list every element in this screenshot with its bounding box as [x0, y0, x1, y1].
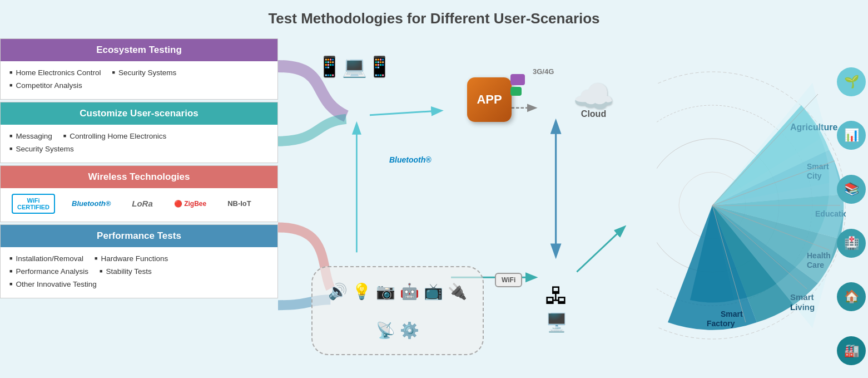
perf-item-4: Stability Tests	[100, 266, 152, 278]
customize-item-3: Security Systems	[9, 143, 74, 156]
perf-item-5: Other Innovative Testing	[9, 278, 97, 291]
performance-body: Installation/Removal Hardware Functions …	[1, 247, 277, 298]
right-panel: Agriculture Smart City Education Health …	[634, 33, 868, 377]
app-mini-2	[510, 87, 522, 96]
device-6: 🔌	[448, 282, 467, 301]
lora-logo: LoRa	[127, 197, 157, 210]
performance-header: Performance Tests	[1, 225, 277, 247]
app-box: APP	[467, 77, 512, 122]
ecosystem-header: Ecosystem Testing	[1, 39, 277, 61]
education-icon: 📚	[837, 175, 866, 204]
phone-icon: 📱💻📱	[317, 55, 392, 78]
ecosystem-section: Ecosystem Testing Home Electronics Contr…	[0, 38, 278, 100]
left-panel: Ecosystem Testing Home Electronics Contr…	[0, 38, 278, 377]
device-8: ⚙️	[400, 321, 419, 340]
network-label: 3G/4G	[533, 67, 554, 76]
device-4: 🤖	[400, 282, 419, 301]
wireless-header: Wireless Technologies	[1, 166, 277, 188]
device-2: 💡	[352, 282, 371, 301]
customize-item-2: Controlling Home Electronics	[63, 130, 167, 143]
agriculture-icon: 🌱	[837, 67, 866, 96]
zigbee-logo: 🔴 ZigBee	[170, 198, 211, 210]
cloud-label: Cloud	[581, 109, 606, 119]
cloud-icon: ☁️	[573, 80, 614, 114]
wifi-label: WiFi	[495, 273, 522, 287]
customize-body: Messaging Controlling Home Electronics S…	[1, 125, 277, 163]
radial-chart: Agriculture Smart City Education Health …	[640, 44, 862, 367]
customize-item-1: Messaging	[9, 130, 52, 143]
router-icon-2: 🖥️	[545, 312, 568, 333]
ecosystem-item-2: Security Systems	[112, 67, 177, 80]
devices-box: 🔊 💡 📷 🤖 📺 🔌 📡 ⚙️	[311, 266, 484, 355]
device-7: 📡	[376, 321, 395, 340]
bluetooth-label: Bluetooth®	[389, 155, 431, 164]
radial-svg: Agriculture Smart City Education Health …	[657, 50, 846, 361]
factory-icon: 🏭	[837, 336, 866, 365]
home-icon: 🏠	[837, 282, 866, 311]
ecosystem-body: Home Electronics Control Security System…	[1, 61, 277, 99]
main-title: Test Methodologies for Different User-Sc…	[0, 0, 868, 33]
customize-section: Customize User-scenarios Messaging Contr…	[0, 102, 278, 163]
performance-section: Performance Tests Installation/Removal H…	[0, 224, 278, 298]
bluetooth-logo: Bluetooth®	[67, 197, 115, 210]
svg-line-3	[577, 227, 624, 272]
ecosystem-item-1: Home Electronics Control	[9, 67, 101, 80]
customize-header: Customize User-scenarios	[1, 102, 277, 125]
wireless-logos: WiFiCERTIFIED Bluetooth® LoRa 🔴 ZigBee N…	[1, 188, 277, 222]
perf-item-2: Hardware Functions	[95, 253, 168, 266]
svg-line-0	[370, 111, 440, 115]
app-icons	[510, 74, 525, 96]
side-icons: 🌱 📊 📚 🏥 🏠 🏭	[835, 55, 868, 378]
health-icon: 🏥	[837, 229, 866, 258]
device-5: 📺	[424, 282, 443, 301]
router-box: 🖧 🖥️	[545, 283, 568, 333]
phone-group: 📱💻📱	[317, 55, 392, 78]
router-icon: 🖧	[545, 283, 568, 310]
svg-text:Factory: Factory	[707, 319, 735, 328]
cloud-box: ☁️ Cloud	[573, 80, 614, 119]
app-mini-1	[510, 74, 525, 85]
perf-item-1: Installation/Removal	[9, 253, 83, 266]
ecosystem-item-3: Competitor Analysis	[9, 80, 82, 92]
device-3: 📷	[376, 282, 395, 301]
middle-diagram: 📱💻📱 3G/4G APP ☁️ Cloud Bluetooth® WiFi 🔊…	[278, 33, 634, 377]
svg-text:Smart: Smart	[721, 310, 743, 318]
nbiot-logo: NB-IoT	[223, 197, 256, 210]
wireless-section: Wireless Technologies WiFiCERTIFIED Blue…	[0, 165, 278, 222]
wifi-logo: WiFiCERTIFIED	[12, 194, 55, 214]
perf-item-3: Performance Analysis	[9, 266, 88, 278]
city-icon: 📊	[837, 121, 866, 150]
device-1: 🔊	[328, 282, 348, 301]
